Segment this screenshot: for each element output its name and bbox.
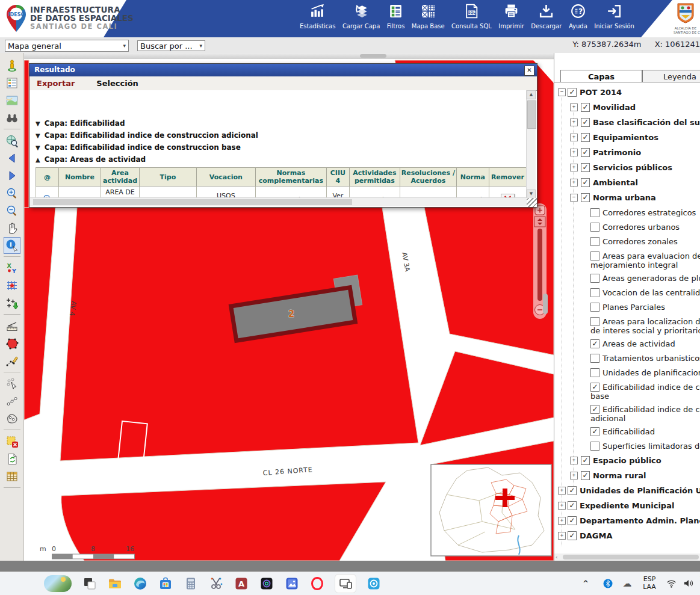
map-select-dropdown[interactable]: Mapa general ▾ — [5, 40, 129, 52]
tree-expander-icon[interactable]: + — [570, 457, 578, 464]
layer-checkbox[interactable] — [590, 354, 599, 363]
layer-checkbox[interactable]: ✓ — [581, 456, 590, 465]
tree-expander-icon[interactable]: + — [570, 179, 578, 187]
scroll-up-icon[interactable]: ▲ — [527, 90, 536, 99]
tool-refresh-selection-icon[interactable] — [4, 451, 20, 467]
tray-chevron-up-icon[interactable]: ^ — [580, 572, 592, 595]
bluetooth-icon[interactable] — [602, 572, 614, 595]
layer-checkbox[interactable]: ✓ — [568, 531, 577, 540]
toolbar-button-cargar-capa[interactable]: Cargar Capa — [341, 3, 381, 35]
taskbar-access-icon[interactable]: A — [234, 576, 249, 591]
tool-street-view-icon[interactable] — [4, 58, 20, 73]
menu-exportar[interactable]: Exportar — [37, 79, 75, 88]
toolbar-button-imprimir[interactable]: Imprimir — [497, 3, 525, 35]
taskbar-file-explorer-icon[interactable] — [107, 576, 123, 591]
map-block[interactable] — [24, 60, 29, 208]
overview-inset-map[interactable] — [431, 464, 551, 556]
layer-checkbox[interactable] — [590, 368, 599, 377]
tool-legend-icon[interactable] — [4, 75, 20, 91]
tree-expander-icon[interactable]: + — [558, 502, 566, 510]
tool-add-coordinates-icon[interactable] — [4, 295, 20, 311]
layer-checkbox[interactable]: ✓ — [581, 118, 590, 127]
taskbar-opera-icon[interactable] — [309, 576, 325, 591]
map-scrollbar-thumb[interactable] — [543, 294, 548, 314]
menu-seleccion[interactable]: Selección — [96, 79, 138, 88]
tree-expander-icon[interactable]: + — [570, 134, 578, 141]
tree-expander-icon[interactable]: + — [570, 103, 578, 111]
tree-expander-icon[interactable]: + — [570, 119, 578, 126]
layer-checkbox[interactable]: ✓ — [568, 501, 577, 510]
wifi-icon[interactable] — [664, 572, 678, 595]
scrollbar-thumb[interactable] — [563, 555, 699, 560]
layer-checkbox[interactable] — [590, 237, 599, 246]
tool-measure-area-icon[interactable] — [4, 336, 20, 351]
search-by-dropdown[interactable]: Buscar por ... ▾ — [137, 40, 205, 51]
close-icon[interactable]: ✕ — [524, 66, 534, 76]
layer-checkbox[interactable]: ✓ — [590, 383, 599, 392]
tree-expander-icon[interactable]: + — [570, 472, 578, 479]
toolbar-button-mapa-base[interactable]: Mapa Base — [410, 3, 446, 35]
layer-checkbox[interactable]: ✓ — [568, 516, 577, 525]
layer-checkbox[interactable]: ✓ — [581, 193, 590, 202]
tree-expander-icon[interactable]: + — [570, 149, 578, 156]
taskbar-screen-recorder-icon[interactable] — [366, 576, 382, 591]
tree-expander-icon[interactable]: + — [570, 164, 578, 171]
tool-measure-length-icon[interactable] — [4, 318, 20, 334]
resize-grip[interactable] — [527, 198, 537, 207]
language-indicator[interactable]: ESPLAA — [639, 572, 660, 595]
layer-checkbox[interactable] — [590, 288, 599, 297]
tree-expander-icon[interactable]: + — [558, 487, 566, 495]
tab-leyenda[interactable]: Leyenda — [642, 70, 700, 82]
layer-checkbox[interactable] — [590, 223, 599, 232]
tool-sketch-icon[interactable] — [4, 353, 20, 369]
layer-checkbox[interactable] — [590, 208, 599, 217]
tool-identify-icon[interactable]: i — [4, 238, 20, 253]
tree-expander-icon[interactable]: + — [558, 532, 566, 540]
layer-checkbox[interactable]: ✓ — [590, 405, 599, 414]
tool-next-extent-icon[interactable] — [4, 168, 20, 183]
dialog-titlebar[interactable]: Resultado — [29, 64, 537, 76]
taskbar-task-view-icon[interactable] — [82, 576, 98, 591]
tab-capas[interactable]: Capas — [560, 70, 642, 82]
tool-search-binoculars-icon[interactable] — [4, 110, 20, 126]
scroll-down-icon[interactable]: ▼ — [527, 190, 536, 199]
taskbar-display-connect-icon[interactable] — [335, 574, 356, 593]
scrollbar-thumb[interactable] — [527, 100, 536, 129]
layer-checkbox[interactable]: ✓ — [581, 148, 590, 157]
taskbar-notes-app-icon[interactable] — [259, 576, 274, 591]
toolbar-button-consulta-sql[interactable]: SQLConsulta SQL — [450, 3, 493, 35]
toolbar-button-descargar[interactable]: Descargar — [530, 3, 563, 35]
scroll-left-icon[interactable]: ‹ — [556, 553, 562, 561]
layer-checkbox[interactable] — [590, 303, 599, 312]
tree-expander-icon[interactable]: − — [570, 194, 578, 202]
taskbar-store-icon[interactable] — [158, 576, 173, 591]
layer-checkbox[interactable]: ✓ — [581, 178, 590, 187]
section-header[interactable]: ▼Capa: Edificabilidad — [36, 119, 125, 131]
dialog-vertical-scrollbar[interactable]: ▲ ▼ — [526, 90, 536, 199]
map-block[interactable] — [61, 482, 386, 561]
section-header[interactable]: ▼Capa: Edificabilidad indice de construc… — [36, 131, 258, 143]
tool-basemap-icon[interactable] — [4, 93, 20, 108]
tool-previous-extent-icon[interactable] — [4, 150, 20, 166]
volume-icon[interactable] — [681, 572, 696, 595]
tool-zoom-full-extent-icon[interactable] — [4, 133, 20, 149]
layer-checkbox[interactable]: ✓ — [581, 163, 590, 172]
section-header[interactable]: ▲Capa: Areas de actividad — [36, 155, 146, 167]
taskbar-snipping-tool-icon[interactable] — [208, 576, 224, 591]
tool-attribute-table-icon[interactable] — [4, 469, 20, 484]
tool-select-polygon-icon[interactable] — [4, 411, 20, 427]
taskbar-calculator-icon[interactable] — [183, 576, 199, 591]
tool-zoom-out-icon[interactable] — [4, 203, 20, 218]
layer-checkbox[interactable]: ✓ — [581, 103, 590, 112]
tool-grid-locate-icon[interactable] — [4, 278, 20, 294]
layer-checkbox[interactable]: ✓ — [581, 133, 590, 142]
tool-xy-coordinates-icon[interactable]: XY — [4, 261, 20, 276]
layer-checkbox[interactable]: ✓ — [568, 88, 577, 97]
layer-checkbox[interactable] — [590, 442, 599, 451]
toolbar-button-filtros[interactable]: Filtros — [386, 3, 406, 35]
map-top-divider[interactable] — [24, 53, 554, 59]
layer-checkbox[interactable]: ✓ — [590, 427, 599, 436]
tool-clear-selection-icon[interactable] — [4, 434, 20, 449]
toolbar-button-iniciar-sesion[interactable]: Iniciar Sesión — [593, 3, 636, 35]
layer-checkbox[interactable]: ✓ — [568, 486, 577, 495]
